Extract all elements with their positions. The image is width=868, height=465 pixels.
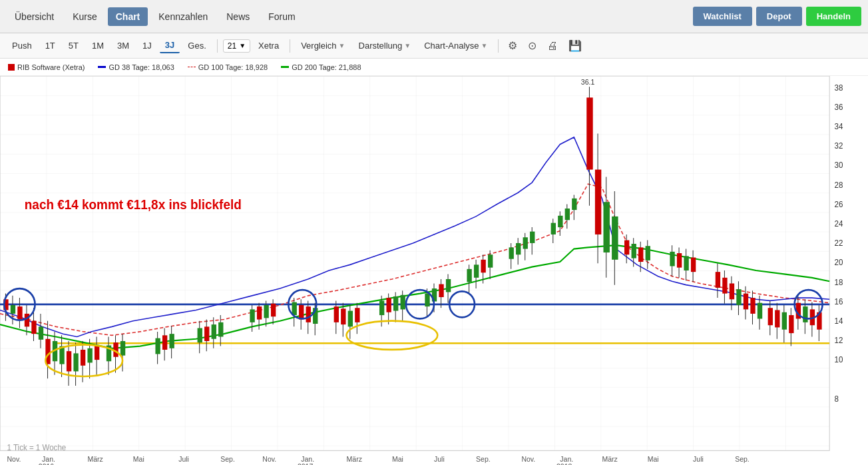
svg-text:März: März [602, 454, 617, 462]
print-button[interactable]: 🖨 [543, 38, 562, 54]
darstellung-dropdown[interactable]: Darstellung ▼ [353, 39, 417, 53]
svg-rect-88 [218, 322, 223, 337]
share-button[interactable]: ⊙ [524, 37, 541, 54]
svg-rect-46 [17, 306, 22, 319]
save-button[interactable]: 💾 [564, 37, 586, 54]
timeframe-1j[interactable]: 1J [137, 39, 157, 53]
legend-gd100-label: GD 100 Tage: 18,928 [198, 63, 268, 71]
legend-stock-label: RIB Software (Xetra) [17, 63, 85, 71]
svg-rect-90 [250, 309, 254, 322]
settings-button[interactable]: ⚙ [504, 37, 521, 54]
svg-rect-100 [299, 305, 304, 320]
svg-rect-199 [789, 315, 793, 333]
svg-rect-110 [348, 311, 353, 327]
svg-text:2016: 2016 [39, 462, 54, 465]
svg-rect-175 [684, 256, 688, 270]
svg-rect-76 [155, 338, 160, 354]
nav-kurse[interactable]: Kurse [65, 7, 105, 26]
svg-rect-132 [474, 264, 479, 277]
svg-rect-108 [341, 308, 345, 324]
svg-text:Sep.: Sep. [220, 454, 235, 462]
xetra-number: 21 [228, 41, 236, 51]
chart-toolbar: Push 1T 5T 1M 3M 1J 3J Ges. 21 ▼ Xetra V… [0, 33, 868, 59]
timeframe-3j[interactable]: 3J [160, 38, 180, 53]
svg-text:36.1: 36.1 [581, 78, 595, 86]
svg-rect-86 [212, 324, 216, 339]
chart-analyse-dropdown[interactable]: Chart-Analyse ▼ [419, 39, 493, 53]
svg-rect-173 [677, 253, 682, 268]
legend-gd200: GD 200 Tage: 21,888 [281, 63, 361, 71]
svg-rect-140 [516, 243, 521, 254]
svg-text:Jan.: Jan. [42, 454, 55, 462]
svg-rect-150 [565, 209, 570, 220]
nav-chart[interactable]: Chart [108, 7, 148, 26]
svg-rect-146 [551, 223, 556, 234]
svg-rect-52 [39, 326, 43, 339]
chart-analyse-arrow: ▼ [481, 42, 488, 49]
svg-rect-167 [638, 247, 643, 262]
xetra-selector[interactable]: 21 ▼ [223, 39, 250, 53]
svg-rect-122 [425, 294, 429, 306]
svg-text:Mai: Mai [133, 454, 144, 462]
svg-rect-64 [81, 350, 85, 366]
svg-rect-74 [120, 341, 125, 356]
nav-kennzahlen[interactable]: Kennzahlen [150, 7, 216, 26]
xetra-arrow: ▼ [239, 42, 246, 49]
svg-rect-179 [716, 272, 720, 288]
timeframe-push[interactable]: Push [7, 39, 37, 53]
svg-rect-171 [670, 252, 674, 266]
svg-rect-197 [782, 312, 787, 330]
svg-rect-158 [603, 202, 609, 252]
svg-text:Nov.: Nov. [521, 454, 535, 462]
svg-rect-177 [691, 258, 696, 272]
svg-text:März: März [347, 454, 362, 462]
svg-rect-193 [768, 308, 773, 325]
svg-rect-94 [264, 305, 268, 318]
timeframe-ges[interactable]: Ges. [182, 39, 211, 53]
svg-text:Sep.: Sep. [735, 454, 750, 462]
svg-text:Juli: Juli [434, 454, 445, 462]
legend-gd38: GD 38 Tage: 18,063 [98, 63, 174, 71]
svg-text:32: 32 [835, 141, 843, 150]
timeframe-1t[interactable]: 1T [40, 39, 61, 53]
svg-rect-156 [595, 170, 601, 234]
svg-rect-60 [67, 351, 71, 371]
chart-legend: RIB Software (Xetra) GD 38 Tage: 18,063 … [0, 59, 868, 76]
svg-text:Juli: Juli [693, 454, 704, 462]
chart-area: 38 36 34 32 30 28 26 24 22 20 18 16 14 1… [0, 76, 868, 465]
svg-text:10: 10 [835, 355, 843, 364]
svg-rect-126 [439, 284, 443, 297]
svg-rect-0 [0, 76, 829, 450]
svg-text:Nov.: Nov. [262, 454, 276, 462]
svg-text:nach €14 kommt €11,8x ins blic: nach €14 kommt €11,8x ins blickfeld [25, 198, 242, 212]
legend-stock: RIB Software (Xetra) [8, 63, 85, 71]
svg-rect-136 [488, 254, 493, 267]
timeframe-1m[interactable]: 1M [87, 39, 109, 53]
svg-text:März: März [87, 454, 103, 462]
vergleich-dropdown[interactable]: Vergleich ▼ [296, 39, 350, 53]
legend-stock-color [8, 64, 15, 71]
svg-rect-62 [73, 353, 78, 371]
svg-rect-169 [646, 246, 650, 260]
timeframe-3m[interactable]: 3M [112, 39, 134, 53]
svg-rect-114 [379, 300, 384, 315]
svg-rect-183 [730, 283, 734, 299]
nav-forum[interactable]: Forum [260, 7, 303, 26]
svg-rect-138 [509, 247, 514, 258]
watchlist-button[interactable]: Watchlist [693, 7, 752, 26]
svg-rect-44 [11, 305, 15, 314]
nav-ubersicht[interactable]: Übersicht [7, 7, 62, 26]
timeframe-5t[interactable]: 5T [63, 39, 84, 53]
svg-rect-195 [775, 310, 779, 327]
svg-rect-160 [612, 217, 618, 260]
svg-rect-80 [169, 334, 174, 348]
xetra-label[interactable]: Xetra [253, 39, 284, 53]
handeln-button[interactable]: Handeln [806, 7, 861, 26]
nav-news[interactable]: News [218, 7, 258, 26]
svg-text:2018: 2018 [556, 462, 572, 465]
legend-gd200-color [281, 66, 289, 68]
separator-3 [498, 39, 499, 53]
svg-rect-106 [334, 306, 339, 322]
depot-button[interactable]: Depot [756, 7, 802, 26]
legend-gd200-label: GD 200 Tage: 21,888 [292, 63, 361, 71]
